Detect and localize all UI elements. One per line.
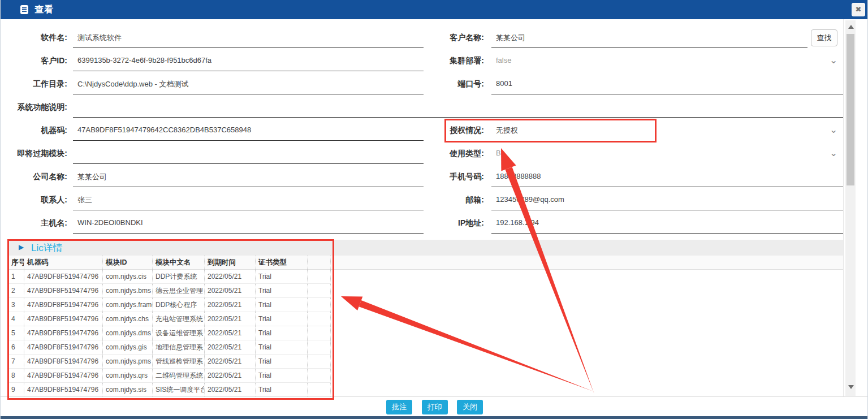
cell-module-name: 充电站管理系统 [153,312,205,326]
usage-type-label: 使用类型: [416,149,484,159]
cell-machine-code: 47AB9DF8F519474796 [24,326,103,340]
col-machine-code[interactable]: 机器码 [24,256,103,270]
table-header-row: 序号 机器码 模块ID 模块中文名 到期时间 证书类型 [8,256,331,270]
form-row: 授权情况: 无授权 ⌄ [1,122,849,141]
auth-status-select[interactable]: 无授权 [491,126,808,141]
table-row[interactable]: 3 47AB9DF8F519474796 com.njdys.frame DDP… [8,298,331,312]
table-row[interactable]: 8 47AB9DF8F519474796 com.njdys.qrs 二维码管理… [8,369,331,383]
cell-module-name: DDP核心程序 [153,298,205,312]
cell-blank [308,369,331,382]
cell-module-id: com.njdys.cis [103,270,153,283]
cell-machine-code: 47AB9DF8F519474796 [24,270,103,283]
chevron-down-icon[interactable]: ⌄ [827,147,840,159]
system-desc-input[interactable] [73,102,843,118]
annotate-button[interactable]: 批注 [386,400,412,414]
form-row: 使用类型: Be ⌄ [1,145,849,164]
cell-machine-code: 47AB9DF8F519474796 [24,369,103,382]
cell-machine-code: 47AB9DF8F519474796 [24,383,103,396]
cluster-deploy-label: 集群部署: [416,56,484,66]
cell-machine-code: 47AB9DF8F519474796 [24,298,103,312]
cell-seq: 6 [8,340,24,354]
ip-address-input[interactable]: 192.168.1.94 [491,218,843,234]
cell-cert-type: Trial [256,270,308,283]
cell-cert-type: Trial [256,383,308,396]
cell-cert-type: Trial [256,326,308,340]
view-dialog: 查看 ✖ 软件名: 测试系统软件 客户ID: 6399135b-3272-4e6… [0,0,868,419]
table-row[interactable]: 5 47AB9DF8F519474796 com.njdys.dms 设备运维管… [8,326,331,340]
port-input[interactable]: 8001 [491,79,843,94]
cell-seq: 7 [8,355,24,368]
cell-module-name: 二维码管理系统 [153,369,205,382]
cell-module-id: com.njdys.pms [103,355,153,368]
cell-expire-date: 2022/05/21 [205,383,256,396]
cell-module-id: com.njdys.qrs [103,369,153,382]
cell-cert-type: Trial [256,340,308,354]
close-button[interactable]: 关闭 [457,400,483,414]
find-button[interactable]: 查找 [811,29,837,46]
cell-cert-type: Trial [256,355,308,368]
cell-seq: 4 [8,312,24,326]
cell-blank [308,383,331,396]
cluster-deploy-select[interactable]: false [491,56,808,71]
customer-name-input[interactable]: 某某公司 [491,33,807,48]
col-module-id[interactable]: 模块ID [103,256,153,270]
content-right-edge [843,19,844,396]
cell-blank [308,340,331,354]
mobile-label: 手机号码: [416,172,484,182]
col-module-name[interactable]: 模块中文名 [153,256,205,270]
cell-blank [308,298,331,312]
col-seq[interactable]: 序号 [8,256,24,270]
cell-module-id: com.njdys.chs [103,312,153,326]
cell-expire-date: 2022/05/21 [205,326,256,340]
document-icon [19,5,29,15]
scroll-down-icon[interactable] [848,385,854,389]
scroll-up-icon[interactable] [848,25,854,29]
chevron-down-icon[interactable]: ⌄ [827,54,840,66]
cell-blank [308,326,331,340]
cell-module-name: DDP计费系统 [153,270,205,283]
table-row[interactable]: 9 47AB9DF8F519474796 com.njdys.sis SIS统一… [8,383,331,397]
port-label: 端口号: [416,79,484,89]
cell-expire-date: 2022/05/21 [205,355,256,368]
cell-module-id: com.njdys.sis [103,383,153,396]
cell-seq: 9 [8,383,24,396]
col-expire-date[interactable]: 到期时间 [205,256,256,270]
cell-expire-date: 2022/05/21 [205,312,256,326]
form-row: 系统功能说明: [1,99,849,118]
col-cert-type[interactable]: 证书类型 [256,256,308,270]
table-row[interactable]: 1 47AB9DF8F519474796 com.njdys.cis DDP计费… [8,270,331,284]
cell-blank [308,312,331,326]
cell-machine-code: 47AB9DF8F519474796 [24,355,103,368]
cell-cert-type: Trial [256,369,308,382]
cell-module-name: 地理信息管理系 [153,340,205,354]
customer-name-label: 客户名称: [416,33,484,43]
auth-status-label: 授权情况: [416,126,484,136]
cell-machine-code: 47AB9DF8F519474796 [24,284,103,297]
cell-seq: 3 [8,298,24,312]
system-desc-label: 系统功能说明: [1,102,67,113]
table-row[interactable]: 2 47AB9DF8F519474796 com.njdys.bms 德云思企业… [8,284,331,298]
table-row[interactable]: 6 47AB9DF8F519474796 com.njdys.gis 地理信息管… [8,340,331,355]
table-row[interactable]: 7 47AB9DF8F519474796 com.njdys.pms 管线巡检管… [8,355,331,369]
cell-module-name: 管线巡检管理系 [153,355,205,368]
usage-type-select[interactable]: Be [491,149,808,164]
mobile-input[interactable]: 18888888888 [491,172,843,187]
window-bottom-border [1,416,868,419]
email-input[interactable]: 123456789@qq.com [491,195,843,210]
expand-triangle-icon[interactable]: ▶ [19,243,24,251]
chevron-down-icon[interactable]: ⌄ [827,124,840,136]
lic-section-header[interactable]: ▶ Lic详情 [8,240,844,256]
cell-blank [308,270,331,283]
ip-address-label: IP地址: [416,218,484,228]
cell-module-id: com.njdys.bms [103,284,153,297]
footer-divider [1,396,868,397]
form-row: 手机号码: 18888888888 [1,169,849,187]
print-button[interactable]: 打印 [422,400,448,414]
cell-cert-type: Trial [256,284,308,297]
col-blank [308,256,331,270]
form-row: IP地址: 192.168.1.94 [1,215,849,234]
cell-module-id: com.njdys.gis [103,340,153,354]
table-row[interactable]: 4 47AB9DF8F519474796 com.njdys.chs 充电站管理… [8,312,331,326]
close-icon[interactable]: ✖ [852,3,865,16]
scrollbar-thumb[interactable] [847,34,854,185]
